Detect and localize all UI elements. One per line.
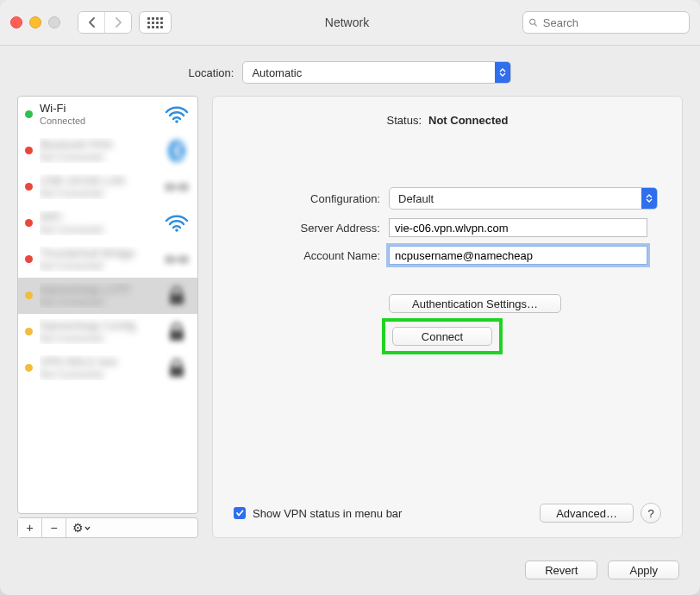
svg-point-7 — [175, 229, 178, 232]
apply-button[interactable]: Apply — [608, 561, 679, 579]
connect-button[interactable]: Connect — [392, 327, 492, 346]
sidebar-item-thunderbolt-bridge[interactable]: Thunderbolt BridgeNot Connected — [18, 241, 197, 278]
service-name: Bluetooth PAN — [40, 138, 156, 152]
search-field-wrap[interactable] — [522, 11, 690, 34]
status-value: Not Connected — [428, 114, 508, 127]
bottom-options: Show VPN status in menu bar Advanced… ? — [234, 503, 661, 523]
show-all-button[interactable] — [139, 11, 172, 34]
gear-icon: ⚙︎ — [72, 521, 91, 535]
status-dot-icon — [25, 110, 33, 118]
detail-panel: Status: Not Connected Configuration: Def… — [212, 96, 683, 538]
service-sub: Not Connected — [40, 333, 156, 344]
advanced-wrap: Advanced… ? — [540, 503, 661, 523]
svg-rect-10 — [175, 258, 178, 261]
window-footer: Revert Apply — [0, 548, 700, 595]
advanced-button[interactable]: Advanced… — [540, 504, 634, 523]
service-name: USB 10/100 LAN — [40, 174, 156, 188]
search-input[interactable] — [541, 16, 684, 30]
sidebar-item-namecheap-config[interactable]: Namecheap ConfigNot Connected — [18, 314, 197, 350]
sidebar-item-wifi[interactable]: WiFiNot Connected — [18, 205, 197, 241]
sidebar: Wi-FiConnectedBluetooth PANNot Connected… — [17, 96, 198, 538]
svg-rect-13 — [170, 366, 184, 377]
status-dot-icon — [25, 364, 33, 372]
status-row: Status: Not Connected — [234, 114, 661, 127]
dongle-icon — [163, 175, 191, 199]
configuration-row: Configuration: Default — [234, 187, 661, 210]
status-label: Status: — [387, 114, 422, 127]
service-name: Namecheap L2TP — [40, 283, 156, 297]
sidebar-item-wi-fi[interactable]: Wi-FiConnected — [18, 97, 197, 133]
window-title: Network — [178, 16, 516, 29]
help-button[interactable]: ? — [641, 503, 661, 523]
service-list[interactable]: Wi-FiConnectedBluetooth PANNot Connected… — [17, 96, 198, 514]
add-service-button[interactable]: + — [18, 518, 42, 537]
service-text: Bluetooth PANNot Connected — [40, 138, 156, 163]
status-dot-icon — [25, 147, 33, 154]
service-name: Wi-Fi — [40, 102, 156, 116]
check-icon — [235, 509, 244, 517]
service-text: Thunderbolt BridgeNot Connected — [40, 247, 156, 272]
wifi-icon — [163, 211, 191, 235]
account-name-input[interactable] — [389, 246, 647, 265]
service-sub: Not Connected — [40, 260, 156, 272]
select-arrow-icon — [641, 188, 657, 209]
location-select[interactable]: Automatic — [242, 61, 511, 84]
svg-rect-9 — [178, 255, 189, 264]
configuration-value: Default — [398, 192, 434, 205]
service-name: WiFi — [40, 210, 156, 224]
status-dot-icon — [25, 183, 33, 191]
svg-rect-8 — [165, 255, 175, 264]
sidebar-item-namecheap-l2tp[interactable]: Namecheap L2TPNot Connected — [18, 278, 197, 314]
service-text: Wi-FiConnected — [40, 102, 156, 127]
sidebar-item-vpn-ikev2-test[interactable]: VPN IKEv2 testNot Connected — [18, 350, 197, 386]
server-address-label: Server Address: — [234, 222, 389, 235]
bluetooth-icon — [163, 139, 191, 163]
svg-rect-11 — [170, 294, 184, 304]
nav-buttons — [78, 11, 132, 34]
service-name: Thunderbolt Bridge — [40, 247, 156, 260]
server-address-input[interactable] — [389, 218, 647, 237]
sidebar-item-bluetooth-pan[interactable]: Bluetooth PANNot Connected — [18, 133, 197, 169]
service-sub: Not Connected — [40, 188, 156, 199]
minimize-icon[interactable] — [29, 16, 41, 28]
location-row: Location: Automatic — [0, 46, 700, 96]
show-vpn-label: Show VPN status in menu bar — [253, 507, 402, 520]
service-sub: Not Connected — [40, 224, 156, 235]
titlebar: Network — [0, 0, 700, 46]
authentication-settings-button[interactable]: Authentication Settings… — [389, 294, 561, 313]
zoom-icon[interactable] — [48, 16, 60, 28]
service-text: WiFiNot Connected — [40, 210, 156, 235]
svg-point-2 — [175, 120, 178, 123]
configuration-label: Configuration: — [234, 192, 389, 205]
account-name-row: Account Name: — [234, 246, 661, 265]
revert-button[interactable]: Revert — [525, 561, 597, 579]
sidebar-item-usb-10-100-lan[interactable]: USB 10/100 LANNot Connected — [18, 169, 197, 205]
dongle-icon — [163, 247, 191, 272]
service-action-button[interactable]: ⚙︎ — [66, 518, 96, 537]
configuration-select[interactable]: Default — [389, 187, 658, 210]
vpn-icon — [163, 284, 191, 308]
show-vpn-checkbox[interactable] — [234, 507, 246, 519]
grid-icon — [147, 17, 163, 28]
status-dot-icon — [25, 219, 33, 227]
back-button[interactable] — [78, 12, 104, 33]
service-sub: Connected — [40, 116, 156, 127]
network-preferences-window: Network Location: Automatic Wi-FiConnect… — [0, 0, 700, 595]
connect-highlight: Connect — [234, 313, 661, 354]
svg-rect-12 — [170, 330, 184, 341]
vpn-icon — [163, 356, 191, 380]
location-label: Location: — [189, 66, 234, 79]
service-sub: Not Connected — [40, 152, 156, 163]
body: Wi-FiConnectedBluetooth PANNot Connected… — [0, 96, 700, 548]
forward-button[interactable] — [104, 12, 131, 33]
status-dot-icon — [25, 291, 33, 299]
wifi-icon — [163, 103, 191, 127]
remove-service-button[interactable]: − — [42, 518, 66, 537]
sidebar-footer: + − ⚙︎ — [17, 517, 198, 538]
location-value: Automatic — [252, 66, 302, 79]
chevron-right-icon — [115, 17, 122, 28]
close-icon[interactable] — [10, 16, 22, 28]
service-text: Namecheap L2TPNot Connected — [40, 283, 156, 308]
status-dot-icon — [25, 255, 33, 263]
svg-rect-5 — [178, 183, 189, 191]
